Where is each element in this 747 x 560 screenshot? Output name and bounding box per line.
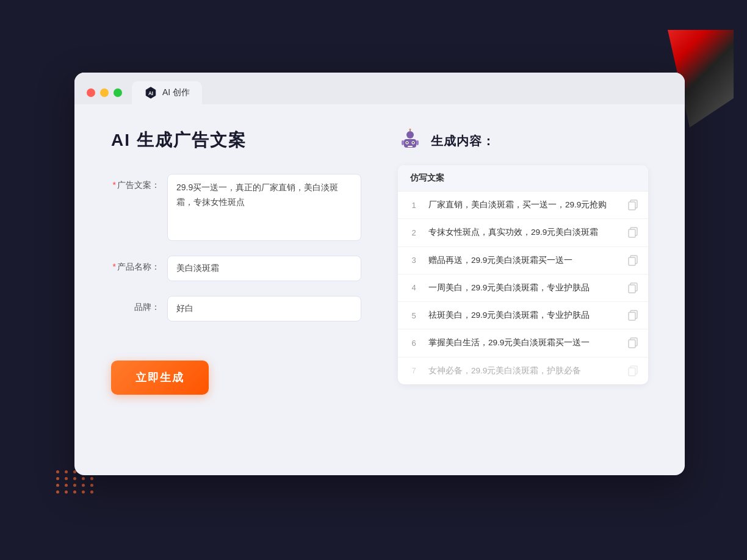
row-text-1: 厂家直销，美白淡斑霜，买一送一，29.9元抢购 [428,199,619,211]
scene: AI AI 创作 AI 生成广告文案 *广告文案： 29.9买一送一，真正的厂家… [38,48,709,512]
row-num-6: 6 [408,339,420,348]
copy-icon-1[interactable] [627,199,638,210]
ad-copy-textarea[interactable]: 29.9买一送一，真正的厂家直销，美白淡斑霜，专抹女性斑点 [167,174,361,241]
table-row: 2 专抹女性斑点，真实功效，29.9元美白淡斑霜 [398,219,648,246]
form-group-brand: 品牌： [111,296,361,321]
copy-icon-2[interactable] [627,227,638,238]
svg-rect-18 [629,257,635,265]
row-num-5: 5 [408,311,420,320]
svg-rect-22 [629,312,635,320]
svg-rect-10 [408,146,413,147]
svg-rect-16 [629,229,635,237]
browser-window: AI AI 创作 AI 生成广告文案 *广告文案： 29.9买一送一，真正的厂家… [74,73,685,475]
required-star-2: * [113,262,116,271]
table-row-faded: 7 女神必备，29.9元美白淡斑霜，护肤必备 [398,357,648,384]
window-controls [87,88,122,97]
form-group-product: *产品名称： [111,256,361,281]
row-num-3: 3 [408,256,420,265]
ad-copy-label: *广告文案： [111,174,160,191]
browser-content: AI 生成广告文案 *广告文案： 29.9买一送一，真正的厂家直销，美白淡斑霜，… [74,104,685,475]
svg-rect-26 [629,368,635,376]
table-row: 3 赠品再送，29.9元美白淡斑霜买一送一 [398,247,648,275]
svg-rect-24 [629,340,635,348]
table-row: 6 掌握美白生活，29.9元美白淡斑霜买一送一 [398,329,648,357]
svg-point-12 [410,129,411,131]
left-panel: AI 生成广告文案 *广告文案： 29.9买一送一，真正的厂家直销，美白淡斑霜，… [111,129,361,451]
right-panel: 生成内容： 仿写文案 1 厂家直销，美白淡斑霜，买一送一，29.9元抢购 2 [398,129,648,451]
minimize-button[interactable] [100,88,109,97]
result-header: 生成内容： [398,129,648,153]
generate-button[interactable]: 立即生成 [111,361,209,395]
copy-icon-6[interactable] [627,337,638,348]
row-num-4: 4 [408,283,420,292]
svg-point-2 [406,131,414,138]
svg-rect-14 [629,202,635,210]
required-star-1: * [113,180,116,190]
robot-icon [398,129,422,153]
row-num-7: 7 [408,366,420,375]
copy-icon-5[interactable] [627,310,638,321]
table-row: 1 厂家直销，美白淡斑霜，买一送一，29.9元抢购 [398,192,648,219]
table-row: 5 祛斑美白，29.9元美白淡斑霜，专业护肤品 [398,302,648,329]
form-group-ad-copy: *广告文案： 29.9买一送一，真正的厂家直销，美白淡斑霜，专抹女性斑点 [111,174,361,241]
svg-rect-4 [402,140,404,145]
active-tab[interactable]: AI AI 创作 [132,81,202,104]
ai-tab-icon: AI [144,86,157,99]
browser-chrome: AI AI 创作 [74,73,685,104]
row-num-1: 1 [408,201,420,210]
page-title: AI 生成广告文案 [111,129,361,152]
product-name-label: *产品名称： [111,256,160,273]
table-row: 4 一周美白，29.9元美白淡斑霜，专业护肤品 [398,275,648,302]
copy-icon-4[interactable] [627,282,638,293]
table-header: 仿写文案 [398,165,648,192]
svg-rect-5 [416,140,419,145]
svg-rect-20 [629,285,635,293]
product-name-input[interactable] [167,256,361,281]
tab-label: AI 创作 [162,87,190,98]
maximize-button[interactable] [114,88,122,97]
result-title: 生成内容： [431,133,495,149]
brand-input[interactable] [167,296,361,321]
brand-label: 品牌： [111,296,160,313]
svg-point-9 [413,142,414,143]
row-text-6: 掌握美白生活，29.9元美白淡斑霜买一送一 [428,337,619,349]
row-text-3: 赠品再送，29.9元美白淡斑霜买一送一 [428,254,619,267]
svg-text:AI: AI [148,91,153,96]
result-table: 仿写文案 1 厂家直销，美白淡斑霜，买一送一，29.9元抢购 2 专抹女性斑点，… [398,165,648,384]
row-text-7: 女神必备，29.9元美白淡斑霜，护肤必备 [428,365,619,377]
row-text-2: 专抹女性斑点，真实功效，29.9元美白淡斑霜 [428,226,619,239]
copy-icon-7[interactable] [627,365,638,376]
row-text-4: 一周美白，29.9元美白淡斑霜，专业护肤品 [428,282,619,294]
row-num-2: 2 [408,228,420,237]
svg-point-8 [406,142,408,143]
row-text-5: 祛斑美白，29.9元美白淡斑霜，专业护肤品 [428,309,619,321]
close-button[interactable] [87,88,95,97]
copy-icon-3[interactable] [627,255,638,266]
